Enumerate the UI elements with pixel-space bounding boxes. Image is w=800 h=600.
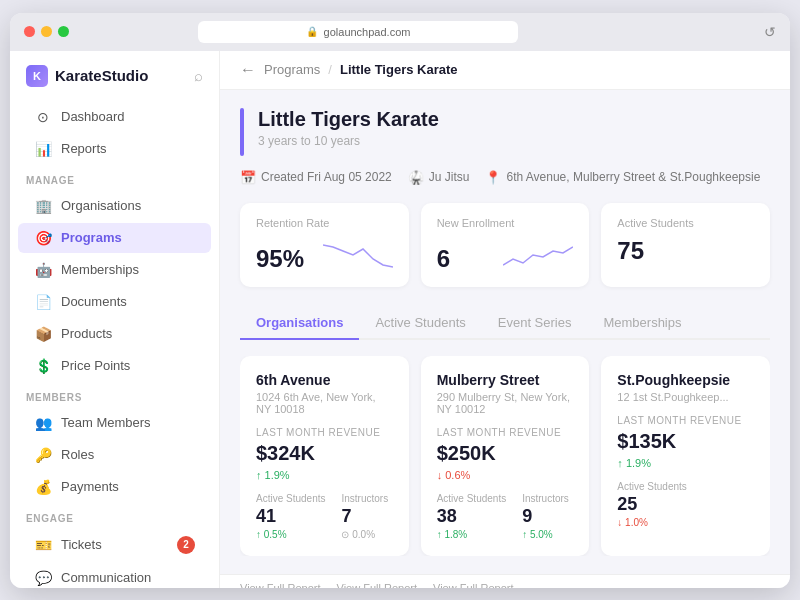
- sidebar-item-dashboard[interactable]: ⊙ Dashboard: [18, 102, 211, 132]
- org-revenue-mulberry: $250K: [437, 442, 574, 465]
- organisations-icon: 🏢: [34, 198, 52, 214]
- page-container: Little Tigers Karate 3 years to 10 years…: [220, 90, 790, 574]
- minimize-button[interactable]: [41, 26, 52, 37]
- org-name-mulberry: Mulberry Street: [437, 372, 574, 388]
- sidebar-item-organisations[interactable]: 🏢 Organisations: [18, 191, 211, 221]
- sidebar-item-label: Organisations: [61, 198, 141, 213]
- page-subtitle: 3 years to 10 years: [258, 134, 439, 148]
- tab-active-students[interactable]: Active Students: [359, 307, 481, 340]
- meta-style: 🥋 Ju Jitsu: [408, 170, 470, 185]
- browser-window: 🔒 golaunchpad.com ↺ K KarateStudio ⌕ ⊙ D…: [10, 13, 790, 588]
- manage-section-label: Manage: [10, 165, 219, 190]
- org-revenue-6th-avenue: $324K: [256, 442, 393, 465]
- sidebar-item-roles[interactable]: 🔑 Roles: [18, 440, 211, 470]
- tab-event-series[interactable]: Event Series: [482, 307, 588, 340]
- active-students-value: 75: [617, 237, 644, 265]
- active-students-value-row: 75: [617, 237, 754, 265]
- enrollment-sparkline: [503, 237, 573, 273]
- sidebar-item-label: Programs: [61, 230, 122, 245]
- org-instructors-6th-avenue: Instructors 7 ⊙ 0.0%: [341, 493, 388, 540]
- sidebar-item-programs[interactable]: 🎯 Programs: [18, 223, 211, 253]
- tab-organisations[interactable]: Organisations: [240, 307, 359, 340]
- logo-icon: K: [26, 65, 48, 87]
- org-card-mulberry-street: Mulberry Street 290 Mulberry St, New Yor…: [421, 356, 590, 556]
- traffic-lights: [24, 26, 69, 37]
- meta-created-text: Created Fri Aug 05 2022: [261, 170, 392, 184]
- programs-icon: 🎯: [34, 230, 52, 246]
- retention-label: Retention Rate: [256, 217, 393, 229]
- sidebar-item-team-members[interactable]: 👥 Team Members: [18, 408, 211, 438]
- sidebar-item-reports[interactable]: 📊 Reports: [18, 134, 211, 164]
- view-full-report-1[interactable]: View Full Report: [240, 582, 321, 588]
- org-address-mulberry: 290 Mulberry St, New York, NY 10012: [437, 391, 574, 415]
- org-stats-st-poughkeepsie: Active Students 25 ↓ 1.0%: [617, 481, 754, 528]
- view-full-report-2[interactable]: View Full Report: [337, 582, 418, 588]
- enrollment-value: 6: [437, 245, 450, 273]
- close-button[interactable]: [24, 26, 35, 37]
- sidebar-item-memberships[interactable]: 🤖 Memberships: [18, 255, 211, 285]
- sidebar: K KarateStudio ⌕ ⊙ Dashboard 📊 Reports M…: [10, 51, 220, 588]
- lock-icon: 🔒: [306, 26, 318, 37]
- meta-row: 📅 Created Fri Aug 05 2022 🥋 Ju Jitsu 📍 6…: [240, 170, 770, 185]
- org-stats-mulberry: Active Students 38 ↑ 1.8% Instructors 9 …: [437, 493, 574, 540]
- memberships-icon: 🤖: [34, 262, 52, 278]
- price-points-icon: 💲: [34, 358, 52, 374]
- sidebar-item-products[interactable]: 📦 Products: [18, 319, 211, 349]
- roles-icon: 🔑: [34, 447, 52, 463]
- browser-toolbar: 🔒 golaunchpad.com ↺: [10, 13, 790, 51]
- stat-card-enrollment: New Enrollment 6: [421, 203, 590, 287]
- org-rev-label-mulberry: Last Month Revenue: [437, 427, 574, 438]
- communication-icon: 💬: [34, 570, 52, 586]
- maximize-button[interactable]: [58, 26, 69, 37]
- sidebar-item-tickets[interactable]: 🎫 Tickets 2: [18, 529, 211, 561]
- dashboard-icon: ⊙: [34, 109, 52, 125]
- sidebar-item-price-points[interactable]: 💲 Price Points: [18, 351, 211, 381]
- members-section-label: Members: [10, 382, 219, 407]
- meta-location-text: 6th Avenue, Mulberry Street & St.Poughke…: [506, 170, 760, 184]
- org-name-6th-avenue: 6th Avenue: [256, 372, 393, 388]
- stat-card-retention: Retention Rate 95%: [240, 203, 409, 287]
- org-card-6th-avenue: 6th Avenue 1024 6th Ave, New York, NY 10…: [240, 356, 409, 556]
- org-stats-6th-avenue: Active Students 41 ↑ 0.5% Instructors 7 …: [256, 493, 393, 540]
- sidebar-item-communication[interactable]: 💬 Communication: [18, 563, 211, 588]
- org-rev-label-st-poughkeepsie: Last Month Revenue: [617, 415, 754, 426]
- breadcrumb-separator: /: [328, 62, 332, 77]
- enrollment-value-row: 6: [437, 237, 574, 273]
- products-icon: 📦: [34, 326, 52, 342]
- org-card-st-poughkeepsie: St.Poughkeepsie 12 1st St.Poughkeep... L…: [601, 356, 770, 556]
- sidebar-item-label: Reports: [61, 141, 107, 156]
- address-bar[interactable]: 🔒 golaunchpad.com: [198, 21, 518, 43]
- tickets-badge: 2: [177, 536, 195, 554]
- main-content: ← Programs / Little Tigers Karate Little…: [220, 51, 790, 588]
- sidebar-item-payments[interactable]: 💰 Payments: [18, 472, 211, 502]
- org-cards-row: 6th Avenue 1024 6th Ave, New York, NY 10…: [240, 356, 770, 556]
- breadcrumb-parent[interactable]: Programs: [264, 62, 320, 77]
- tab-memberships[interactable]: Memberships: [587, 307, 697, 340]
- logo: K KarateStudio: [26, 65, 148, 87]
- sidebar-item-label: Communication: [61, 570, 151, 585]
- sidebar-item-label: Products: [61, 326, 112, 341]
- page-title: Little Tigers Karate: [258, 108, 439, 131]
- page-header: Little Tigers Karate 3 years to 10 years: [240, 108, 770, 156]
- org-revenue-st-poughkeepsie: $135K: [617, 430, 754, 453]
- sidebar-item-label: Roles: [61, 447, 94, 462]
- search-button[interactable]: ⌕: [194, 67, 203, 84]
- sidebar-item-label: Team Members: [61, 415, 151, 430]
- back-button[interactable]: ←: [240, 61, 256, 79]
- sidebar-item-label: Documents: [61, 294, 127, 309]
- tickets-icon: 🎫: [34, 537, 52, 553]
- retention-value: 95%: [256, 245, 304, 273]
- sidebar-item-documents[interactable]: 📄 Documents: [18, 287, 211, 317]
- active-students-label: Active Students: [617, 217, 754, 229]
- meta-style-text: Ju Jitsu: [429, 170, 470, 184]
- org-change-6th-avenue: ↑ 1.9%: [256, 469, 393, 481]
- view-full-report-3[interactable]: View Full Report: [433, 582, 514, 588]
- sidebar-item-label: Memberships: [61, 262, 139, 277]
- sidebar-item-label: Dashboard: [61, 109, 125, 124]
- payments-icon: 💰: [34, 479, 52, 495]
- documents-icon: 📄: [34, 294, 52, 310]
- engage-section-label: Engage: [10, 503, 219, 528]
- meta-location: 📍 6th Avenue, Mulberry Street & St.Pough…: [485, 170, 760, 185]
- reports-icon: 📊: [34, 141, 52, 157]
- refresh-button[interactable]: ↺: [764, 24, 776, 40]
